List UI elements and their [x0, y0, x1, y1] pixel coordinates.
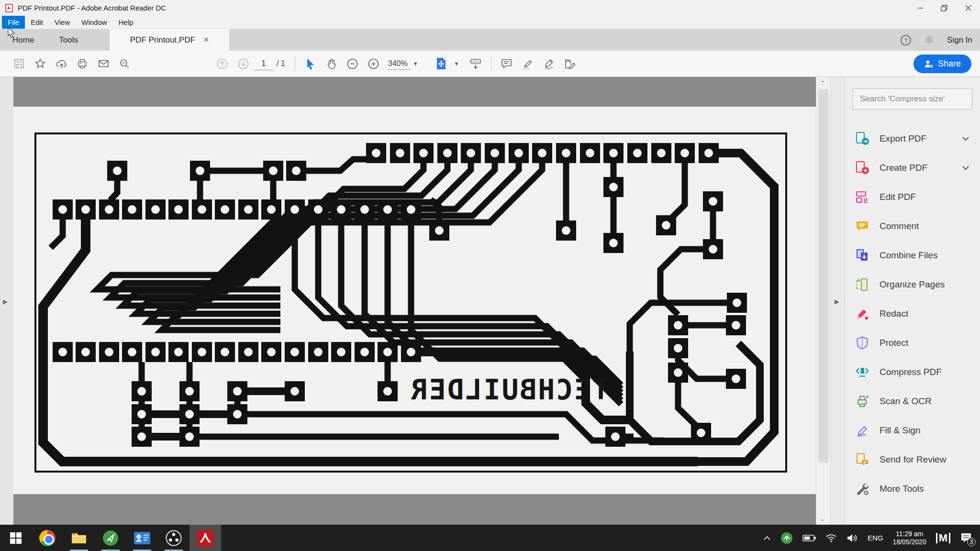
tool-protect[interactable]: Protect	[853, 328, 972, 357]
tool-export-pdf[interactable]: Export PDF	[853, 124, 972, 153]
pcb-board-label: TECHBUILDER	[410, 374, 609, 406]
acrobat-icon	[197, 530, 213, 546]
chrome-icon	[39, 530, 56, 546]
zoom-out-button[interactable]	[342, 54, 363, 73]
tool-comment[interactable]: Comment	[853, 211, 972, 241]
chevron-down-icon[interactable]	[962, 165, 969, 170]
redact-icon	[855, 306, 870, 321]
minimize-button[interactable]	[908, 0, 932, 16]
tray-green-icon[interactable]	[780, 532, 793, 544]
title-bar: PDF Printout.PDF - Adobe Acrobat Reader …	[0, 0, 980, 16]
fill-sign-icon	[855, 423, 870, 438]
tool-combine-files[interactable]: Combine Files	[853, 241, 972, 270]
create-pdf-icon	[855, 160, 870, 176]
save-button[interactable]	[9, 54, 30, 73]
notifications-bell-icon[interactable]	[924, 34, 935, 46]
next-page-button[interactable]	[233, 54, 254, 73]
taskbar-blue-app[interactable]	[126, 525, 158, 551]
notification-center[interactable]: 3	[960, 532, 972, 544]
fit-dropdown-caret[interactable]: ▼	[454, 61, 459, 66]
tab-bar: Home Tools PDF Printout.PDF × ? Sign In	[0, 29, 980, 51]
stamp-sign-tool-button[interactable]	[559, 54, 580, 73]
highlight-tool-button[interactable]	[517, 54, 538, 73]
page-number-input[interactable]	[254, 57, 274, 70]
left-panel-strip: ▶	[0, 77, 13, 525]
windows-taskbar: ENG 11:29 am 18/05/2020 M 3	[0, 525, 980, 551]
taskbar-clock[interactable]: 11:29 am 18/05/2020	[893, 530, 926, 546]
taskbar-file-explorer[interactable]	[63, 525, 95, 551]
sign-in-link[interactable]: Sign In	[947, 35, 972, 45]
menu-help[interactable]: Help	[113, 16, 139, 29]
fit-page-button[interactable]	[431, 54, 452, 73]
zoom-level-value[interactable]: 340%	[387, 58, 411, 70]
sign-pen-tool-button[interactable]	[538, 54, 559, 73]
chevron-down-icon[interactable]	[962, 136, 969, 141]
tool-edit-pdf[interactable]: Edit PDF	[853, 182, 972, 211]
email-button[interactable]	[93, 54, 114, 73]
language-indicator[interactable]: ENG	[868, 534, 883, 542]
m-logo-icon[interactable]: M	[936, 532, 950, 544]
cloud-upload-button[interactable]	[51, 54, 72, 73]
tab-document[interactable]: PDF Printout.PDF ×	[110, 29, 229, 51]
tab-tools[interactable]: Tools	[46, 29, 90, 51]
menu-view[interactable]: View	[49, 16, 76, 29]
battery-icon[interactable]	[802, 534, 816, 542]
tray-expand-chevron-icon[interactable]	[763, 536, 771, 540]
zoom-in-button[interactable]	[363, 54, 384, 73]
hand-tool-button[interactable]	[321, 54, 342, 73]
tools-panel-strip: ▶	[830, 77, 845, 525]
wifi-icon[interactable]	[825, 534, 837, 542]
taskbar-green-app[interactable]	[95, 525, 126, 551]
comment-tool-button[interactable]	[496, 54, 517, 73]
collapse-tools-panel-paddle[interactable]: ▶	[835, 298, 839, 305]
taskbar-chrome[interactable]	[32, 525, 63, 551]
mouse-cursor	[7, 27, 17, 38]
previous-page-button[interactable]	[212, 54, 233, 73]
clock-date: 18/05/2020	[893, 538, 926, 546]
compress-pdf-icon	[855, 364, 870, 380]
clock-time: 11:29 am	[893, 530, 926, 538]
taskbar-acrobat-active[interactable]	[189, 525, 221, 551]
menu-window[interactable]: Window	[76, 16, 112, 29]
scrolling-mode-button[interactable]	[465, 54, 486, 73]
open-left-panel-paddle[interactable]: ▶	[3, 298, 8, 305]
share-button[interactable]: Share	[913, 55, 971, 73]
export-pdf-icon	[855, 131, 870, 146]
search-button[interactable]	[114, 54, 135, 73]
tool-scan-ocr[interactable]: Scan & OCR	[853, 386, 972, 416]
volume-icon[interactable]	[846, 533, 858, 543]
print-button[interactable]	[72, 54, 93, 73]
document-viewport[interactable]: TECHBUILDER ⌃ ⌄	[13, 77, 830, 525]
close-button[interactable]	[956, 0, 980, 16]
acrobat-file-icon	[5, 4, 13, 12]
tool-redact[interactable]: Redact	[853, 299, 972, 328]
protect-shield-icon	[855, 335, 870, 351]
scroll-up-icon[interactable]: ⌃	[820, 80, 825, 87]
taskbar-obs[interactable]	[158, 525, 189, 551]
tool-fill-sign[interactable]: Fill & Sign	[853, 416, 972, 445]
tool-send-for-review[interactable]: Send for Review	[853, 445, 972, 474]
zoom-dropdown-caret[interactable]: ▼	[413, 61, 418, 66]
star-favorite-button[interactable]	[30, 54, 51, 73]
document-scrollbar[interactable]: ⌃ ⌄	[816, 77, 830, 525]
system-tray: ENG 11:29 am 18/05/2020 M 3	[763, 525, 980, 551]
tools-search-input[interactable]	[853, 88, 972, 110]
help-icon[interactable]: ?	[900, 34, 912, 46]
scrollbar-thumb[interactable]	[818, 89, 828, 463]
menu-edit[interactable]: Edit	[25, 16, 49, 29]
pdf-page: TECHBUILDER	[13, 107, 816, 494]
tool-create-pdf[interactable]: Create PDF	[853, 153, 972, 182]
tool-more-tools[interactable]: More Tools	[853, 474, 972, 503]
comment-icon	[855, 219, 870, 234]
page-total-label: / 1	[277, 59, 285, 68]
green-app-icon	[102, 530, 119, 546]
start-button[interactable]	[0, 525, 32, 551]
scroll-down-icon[interactable]: ⌄	[820, 516, 825, 522]
tool-organize-pages[interactable]: Organize Pages	[853, 270, 972, 299]
restore-button[interactable]	[932, 0, 956, 16]
edit-pdf-icon	[855, 189, 870, 205]
tab-close-icon[interactable]: ×	[204, 35, 209, 45]
tool-compress-pdf[interactable]: Compress PDF	[853, 357, 972, 386]
window-title: PDF Printout.PDF - Adobe Acrobat Reader …	[18, 4, 166, 12]
select-tool-button[interactable]	[300, 54, 321, 73]
